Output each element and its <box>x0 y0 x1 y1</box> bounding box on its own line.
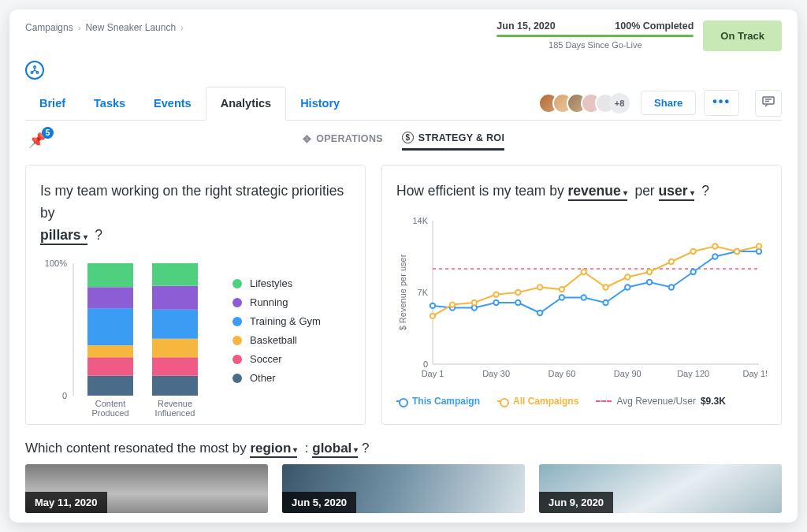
subtab-operations[interactable]: ✥ OPERATIONS <box>303 132 383 151</box>
target-icon: ✥ <box>303 133 311 145</box>
svg-text:7K: 7K <box>418 288 429 297</box>
legend-avg: Avg Revenue/User <box>616 396 696 407</box>
content-q-prefix: Which content resonated the most by <box>25 441 247 456</box>
progress-completion: 100% Completed <box>615 20 694 32</box>
eff-q-prefix: How efficient is my team by <box>396 183 564 199</box>
svg-point-46 <box>647 280 652 285</box>
svg-rect-12 <box>87 263 133 287</box>
legend-item: Soccer <box>232 353 321 365</box>
breadcrumb: Campaigns › New Sneaker Launch › <box>25 20 184 33</box>
pillars-q-prefix: Is my team working on the right strategi… <box>40 183 344 221</box>
breadcrumb-current[interactable]: New Sneaker Launch <box>85 22 176 33</box>
svg-text:Produced: Produced <box>91 408 128 418</box>
svg-point-66 <box>734 249 739 254</box>
svg-point-38 <box>472 305 477 310</box>
dollar-icon: $ <box>402 132 414 143</box>
svg-point-67 <box>757 244 761 248</box>
svg-text:14K: 14K <box>412 216 428 225</box>
svg-point-40 <box>515 300 520 305</box>
svg-text:Day 150: Day 150 <box>743 369 767 378</box>
legend-avg-val: $9.3K <box>701 396 726 407</box>
progress-subtitle: 185 Days Since Go-Live <box>496 40 694 50</box>
revenue-dropdown[interactable]: revenue▾ <box>568 183 627 201</box>
svg-text:Day 90: Day 90 <box>614 369 642 378</box>
region-dropdown[interactable]: region▾ <box>250 441 297 458</box>
filter-count-badge: 5 <box>42 127 54 139</box>
svg-point-49 <box>712 254 717 259</box>
tab-brief[interactable]: Brief <box>25 86 80 120</box>
svg-rect-9 <box>87 345 133 357</box>
svg-point-47 <box>669 285 674 289</box>
svg-rect-15 <box>152 376 198 396</box>
content-thumb[interactable]: May 11, 2020 <box>25 464 268 513</box>
line-chart: $ Revenue per user07K14KDay 1Day 30Day 6… <box>396 214 767 388</box>
svg-point-43 <box>582 295 586 299</box>
svg-rect-16 <box>152 357 198 376</box>
svg-point-42 <box>560 295 564 299</box>
avatar-more[interactable]: +8 <box>609 93 630 113</box>
svg-text:Day 120: Day 120 <box>677 369 709 378</box>
svg-point-59 <box>582 270 586 274</box>
svg-text:100%: 100% <box>45 259 67 268</box>
subtab-strategy[interactable]: $ STRATEGY & ROI <box>402 132 504 151</box>
pillars-question: Is my team working on the right strategi… <box>40 180 351 246</box>
tab-history[interactable]: History <box>286 86 354 120</box>
eff-mid: per <box>634 183 654 199</box>
tab-analytics[interactable]: Analytics <box>206 87 286 121</box>
svg-rect-18 <box>152 310 198 339</box>
content-question: Which content resonated the most by regi… <box>25 441 782 456</box>
svg-point-44 <box>603 300 608 305</box>
svg-text:Revenue: Revenue <box>158 399 192 408</box>
svg-rect-7 <box>87 376 133 396</box>
filter-button[interactable]: 📌 5 <box>28 132 46 149</box>
progress-block: Jun 15, 2020 100% Completed 185 Days Sin… <box>496 20 694 50</box>
svg-text:0: 0 <box>423 359 428 369</box>
svg-rect-3 <box>763 97 774 104</box>
svg-point-58 <box>560 287 564 292</box>
svg-point-65 <box>712 244 717 248</box>
share-button[interactable]: Share <box>641 91 696 115</box>
tab-events[interactable]: Events <box>139 86 206 120</box>
content-q-suffix: ? <box>362 441 369 456</box>
svg-point-52 <box>430 314 435 318</box>
chevron-right-icon: › <box>180 23 184 32</box>
tab-tasks[interactable]: Tasks <box>80 86 139 120</box>
breadcrumb-root[interactable]: Campaigns <box>25 22 73 33</box>
svg-text:Day 60: Day 60 <box>549 369 576 378</box>
legend-all: All Campaigns <box>513 396 578 407</box>
content-thumb[interactable]: Jun 5, 2020 <box>282 464 525 513</box>
status-badge: On Track <box>703 20 782 51</box>
svg-text:$ Revenue per user: $ Revenue per user <box>398 254 407 330</box>
svg-rect-19 <box>152 286 198 310</box>
legend-item: Basketball <box>232 334 321 346</box>
svg-text:0: 0 <box>62 391 67 400</box>
svg-point-51 <box>757 249 761 254</box>
user-dropdown[interactable]: user▾ <box>659 183 694 201</box>
svg-point-55 <box>493 292 498 296</box>
svg-rect-10 <box>87 308 133 345</box>
global-dropdown[interactable]: global▾ <box>312 441 358 458</box>
svg-point-36 <box>430 303 435 308</box>
more-actions-button[interactable]: ••• <box>704 90 739 116</box>
pillars-q-suffix: ? <box>95 227 102 243</box>
svg-rect-17 <box>152 339 198 358</box>
svg-rect-8 <box>87 357 133 376</box>
line-legend: This Campaign All Campaigns Avg Revenue/… <box>396 396 767 407</box>
thumb-date: Jun 5, 2020 <box>282 492 356 513</box>
svg-point-61 <box>625 274 630 279</box>
svg-point-48 <box>690 270 695 274</box>
svg-point-45 <box>625 285 630 289</box>
pillars-dropdown[interactable]: pillars▾ <box>40 227 87 245</box>
avatar-stack[interactable]: +8 <box>545 93 630 113</box>
panel-pillars: Is my team working on the right strategi… <box>25 165 366 425</box>
svg-point-63 <box>669 259 674 264</box>
svg-point-54 <box>472 300 477 305</box>
svg-text:Influenced: Influenced <box>155 408 195 418</box>
content-thumb[interactable]: Jun 9, 2020 <box>539 464 782 513</box>
legend-item: Training & Gym <box>232 315 321 327</box>
thumb-date: May 11, 2020 <box>25 492 107 513</box>
subtab-strategy-label: STRATEGY & ROI <box>418 132 504 143</box>
workflow-icon[interactable] <box>25 61 44 80</box>
thumb-date: Jun 9, 2020 <box>539 492 613 513</box>
comments-button[interactable] <box>755 90 782 117</box>
